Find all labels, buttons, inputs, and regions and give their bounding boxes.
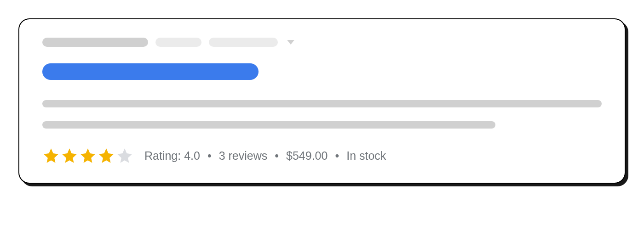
star-rating [42,147,133,164]
rating-row: Rating: 4.0 • 3 reviews • $549.00 • In s… [42,147,602,164]
rating-label: Rating: 4.0 [144,149,200,163]
separator: • [335,149,339,163]
chevron-down-icon[interactable] [287,40,294,45]
breadcrumb-placeholder-1 [42,38,148,47]
star-icon [116,147,133,164]
reviews-count[interactable]: 3 reviews [219,149,268,163]
description-placeholder-1 [42,100,602,107]
star-icon [79,147,97,164]
stock-status: In stock [346,149,386,163]
title-placeholder[interactable] [42,63,259,80]
price-label: $549.00 [286,149,328,163]
breadcrumb-placeholder-2 [155,38,201,47]
star-icon [61,147,78,164]
description-placeholder-2 [42,121,495,129]
separator: • [275,149,279,163]
breadcrumb-placeholder-3 [209,38,278,47]
separator: • [207,149,212,163]
breadcrumb-row [42,38,602,47]
search-result-card: Rating: 4.0 • 3 reviews • $549.00 • In s… [18,18,626,184]
star-icon [98,147,115,164]
star-icon [42,147,60,164]
